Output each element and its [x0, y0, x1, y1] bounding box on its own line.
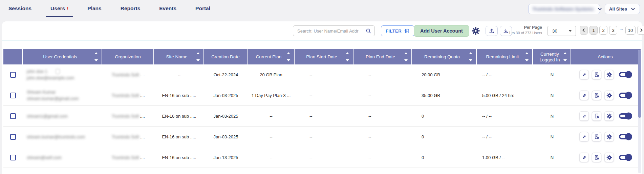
- sort-desc-icon[interactable]: [563, 59, 567, 61]
- sort-asc-icon[interactable]: [469, 52, 472, 54]
- gear-icon: [606, 155, 612, 160]
- filter-button-label: FILTER: [386, 28, 402, 34]
- plan_start_date-value: --: [309, 93, 313, 98]
- column-header-user_credentials[interactable]: User Credentials: [23, 49, 102, 64]
- cell-site_name: --: [154, 64, 204, 85]
- expand-user-button[interactable]: [579, 132, 589, 141]
- search-icon[interactable]: [365, 28, 371, 34]
- sort-desc-icon[interactable]: [287, 59, 290, 61]
- user-enabled-toggle[interactable]: [619, 134, 631, 139]
- page-button-1[interactable]: 1: [589, 26, 598, 35]
- tab-portal[interactable]: Portal: [186, 5, 220, 12]
- page-size-value: 30: [548, 28, 568, 34]
- column-header-currently_logged_in[interactable]: Currently Logged In: [533, 49, 571, 64]
- prev-page-button[interactable]: [580, 26, 588, 35]
- row-checkbox[interactable]: [10, 93, 16, 98]
- user-enabled-toggle[interactable]: [619, 113, 631, 119]
- row-checkbox[interactable]: [10, 155, 16, 160]
- table-header-row: User CredentialsOrganizationSite NameCre…: [3, 49, 641, 64]
- expand-user-button[interactable]: [579, 70, 589, 79]
- tab-plans[interactable]: Plans: [78, 5, 111, 12]
- all-sites-dropdown[interactable]: All Sites: [605, 4, 640, 14]
- row-checkbox[interactable]: [10, 134, 16, 140]
- sort-asc-icon[interactable]: [404, 52, 408, 54]
- sort-asc-icon[interactable]: [94, 52, 98, 54]
- sort-asc-icon[interactable]: [563, 52, 567, 54]
- plan_end_date-value: --: [368, 134, 371, 139]
- page-button-3[interactable]: 3: [609, 26, 617, 35]
- page-size-dropdown[interactable]: 30: [548, 26, 576, 36]
- column-header-remaining_limit[interactable]: Remaining Limit: [477, 49, 533, 64]
- gear-icon: [606, 72, 612, 78]
- row-checkbox[interactable]: [10, 72, 16, 78]
- sort-desc-icon[interactable]: [525, 59, 529, 61]
- table-row: john doe 1john.doe@example.comTruminds S…: [3, 64, 641, 85]
- user-name-line: shivam1@gmail.com: [27, 113, 102, 119]
- column-header-label: Remaining Limit: [486, 54, 519, 60]
- scrollbar-thumb[interactable]: [638, 50, 641, 118]
- sort-asc-icon[interactable]: [346, 52, 349, 54]
- column-header-current_plan[interactable]: Current Plan: [248, 49, 295, 64]
- gear-icon: [606, 134, 612, 140]
- cell-remaining_quota: 35.00 GB: [412, 85, 477, 105]
- sort-desc-icon[interactable]: [404, 59, 408, 61]
- add-user-account-button[interactable]: Add User Account: [414, 25, 469, 37]
- organization-dropdown[interactable]: Truminds Software Systems: [528, 4, 600, 14]
- billing-info-button[interactable]: [592, 70, 601, 79]
- column-header-plan_end_date[interactable]: Plan End Date: [353, 49, 412, 64]
- sort-desc-icon[interactable]: [469, 59, 472, 61]
- billing-info-button[interactable]: [592, 132, 601, 141]
- expand-user-button[interactable]: [579, 91, 589, 100]
- expand-user-button[interactable]: [579, 153, 589, 162]
- vertical-scrollbar[interactable]: [638, 50, 641, 173]
- context-selectors: Truminds Software Systems All Sites: [528, 4, 640, 14]
- filter-button[interactable]: FILTER: [381, 25, 414, 36]
- expand-user-button[interactable]: [579, 111, 589, 121]
- cell-current_plan: 1 Day Pay Plan-3 ...: [248, 85, 295, 105]
- user-settings-button[interactable]: [604, 153, 614, 162]
- user-email: shivam.kumar@gmail.com: [27, 95, 102, 102]
- sort-asc-icon[interactable]: [196, 52, 200, 54]
- cell-current_plan: --: [248, 147, 295, 168]
- column-header-remaining_quota[interactable]: Remaining Quota: [412, 49, 477, 64]
- page-button-2[interactable]: 2: [599, 26, 607, 35]
- sort-desc-icon[interactable]: [94, 59, 98, 61]
- column-settings-gear-icon[interactable]: [471, 26, 480, 35]
- sort-desc-icon[interactable]: [196, 59, 200, 61]
- sort-asc-icon[interactable]: [525, 52, 529, 54]
- column-header-plan_start_date[interactable]: Plan Start Date: [295, 49, 353, 64]
- billing-info-button[interactable]: [592, 111, 601, 121]
- billing-info-button[interactable]: [592, 153, 601, 162]
- row-checkbox[interactable]: [10, 113, 16, 119]
- plan_end_date-value: --: [368, 114, 371, 119]
- cell-user_credentials: Shivam Kumarshivam.kumar@gmail.com: [23, 85, 102, 105]
- tab-reports[interactable]: Reports: [111, 5, 150, 12]
- organization-ellipsis: ....: [140, 114, 145, 119]
- site_name-value: EN-16 on sub .....: [162, 93, 196, 98]
- user-settings-button[interactable]: [604, 132, 614, 141]
- user-enabled-toggle[interactable]: [619, 93, 631, 98]
- cell-organization: Truminds Soft....: [102, 85, 154, 105]
- tab-users[interactable]: Users!: [41, 5, 78, 12]
- user-enabled-toggle[interactable]: [619, 155, 631, 160]
- user-settings-button[interactable]: [604, 111, 614, 121]
- creation_date-value: Jan-03-2025: [214, 134, 238, 139]
- page-button-10[interactable]: 10: [625, 26, 636, 35]
- tab-events[interactable]: Events: [150, 5, 186, 12]
- currently_logged_in-value: N: [551, 134, 554, 139]
- column-header-site_name[interactable]: Site Name: [154, 49, 204, 64]
- remaining_quota-value: 0: [422, 114, 424, 119]
- billing-info-button[interactable]: [592, 91, 601, 100]
- cell-organization: Truminds Soft....: [102, 106, 154, 126]
- remaining_limit-value: -- / --: [482, 134, 492, 139]
- user-settings-button[interactable]: [604, 91, 614, 100]
- user-enabled-toggle[interactable]: [619, 72, 631, 77]
- next-page-button[interactable]: [637, 26, 644, 35]
- sort-asc-icon[interactable]: [287, 52, 290, 54]
- page-number-group: 123...10: [589, 26, 636, 35]
- user-settings-button[interactable]: [604, 70, 614, 79]
- sort-desc-icon[interactable]: [346, 59, 349, 61]
- tab-sessions[interactable]: Sessions: [8, 5, 41, 12]
- search-input[interactable]: [293, 28, 365, 34]
- cell-organization: Truminds Soft....: [102, 127, 154, 147]
